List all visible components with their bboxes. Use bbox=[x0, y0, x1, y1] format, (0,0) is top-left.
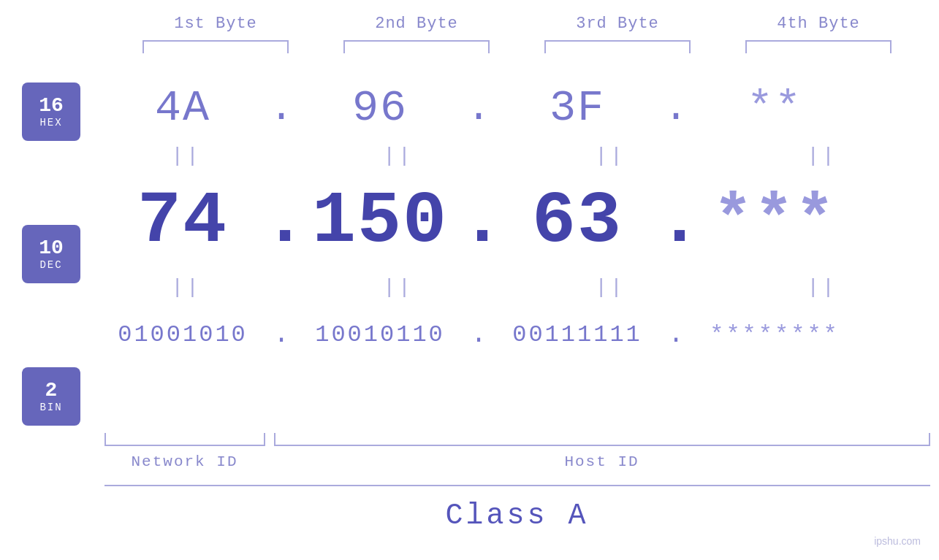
dec-dot2: . bbox=[460, 180, 497, 263]
byte1-header: 1st Byte bbox=[135, 15, 296, 33]
bin-byte4-value: ******** bbox=[710, 321, 840, 348]
network-id-label: Network ID bbox=[104, 453, 265, 470]
hex-dot2: . bbox=[460, 85, 497, 131]
equals-row-1: || || || || bbox=[102, 141, 906, 170]
dec-byte3: 63 bbox=[497, 180, 658, 263]
dec-byte4-value: *** bbox=[713, 184, 836, 258]
dec-byte2-value: 150 bbox=[312, 180, 448, 263]
badge-column: 16 HEX 10 DEC 2 BIN bbox=[0, 75, 102, 426]
dec-byte1: 74 bbox=[102, 180, 263, 263]
bin-byte1-value: 01001010 bbox=[118, 321, 248, 348]
dec-dot1: . bbox=[263, 180, 300, 263]
watermark: ipshu.com bbox=[874, 535, 921, 547]
hex-dot1: . bbox=[263, 85, 300, 131]
bin-dot3: . bbox=[658, 320, 694, 350]
bin-byte3: 00111111 bbox=[497, 321, 658, 348]
hex-byte1: 4A bbox=[102, 83, 263, 133]
main-container: 1st Byte 2nd Byte 3rd Byte 4th Byte 16 H… bbox=[0, 0, 939, 560]
bin-dot1: . bbox=[263, 320, 300, 350]
eq2-byte3: || bbox=[530, 276, 691, 299]
bracket-byte3 bbox=[544, 40, 691, 53]
bin-badge-label: BIN bbox=[39, 402, 62, 413]
hex-badge-label: HEX bbox=[39, 117, 62, 129]
bracket-byte2 bbox=[343, 40, 490, 53]
dec-byte3-value: 63 bbox=[532, 180, 623, 263]
byte3-header: 3rd Byte bbox=[537, 15, 698, 33]
dec-byte2: 150 bbox=[300, 180, 460, 263]
dec-badge: 10 DEC bbox=[22, 225, 80, 283]
hex-dot3: . bbox=[658, 85, 694, 131]
equals-row-2: || || || || bbox=[102, 272, 906, 302]
dec-dot3: . bbox=[658, 180, 694, 263]
hex-byte4: ** bbox=[694, 83, 855, 133]
values-area: 4A . 96 . 3F . ** bbox=[102, 75, 939, 426]
bottom-line bbox=[104, 485, 930, 486]
dec-byte1-value: 74 bbox=[137, 180, 228, 263]
eq1-byte3: || bbox=[530, 145, 691, 167]
byte-headers: 1st Byte 2nd Byte 3rd Byte 4th Byte bbox=[115, 15, 919, 33]
eq1-byte4: || bbox=[742, 145, 902, 167]
bracket-byte4 bbox=[745, 40, 892, 53]
hex-byte1-value: 4A bbox=[155, 83, 210, 133]
bottom-bracket-area: Network ID Host ID bbox=[104, 433, 930, 470]
hex-badge-num: 16 bbox=[39, 95, 64, 118]
class-label: Class A bbox=[104, 499, 930, 532]
bin-row: 01001010 . 10010110 . 00111111 . bbox=[102, 302, 906, 367]
eq1-byte2: || bbox=[318, 145, 479, 167]
hex-byte2: 96 bbox=[300, 83, 460, 133]
byte4-header: 4th Byte bbox=[738, 15, 899, 33]
bottom-brackets-row bbox=[104, 433, 930, 446]
bin-byte2-value: 10010110 bbox=[315, 321, 445, 348]
eq2-byte1: || bbox=[106, 276, 267, 299]
bin-byte1: 01001010 bbox=[102, 321, 263, 348]
hex-byte3: 3F bbox=[497, 83, 658, 133]
bracket-byte1 bbox=[142, 40, 289, 53]
host-id-bracket bbox=[274, 433, 930, 446]
bottom-class-area: Class A bbox=[104, 485, 930, 532]
bin-byte2: 10010110 bbox=[300, 321, 460, 348]
id-labels-row: Network ID Host ID bbox=[104, 453, 930, 470]
eq1-byte1: || bbox=[106, 145, 267, 167]
dec-badge-num: 10 bbox=[39, 237, 64, 260]
host-id-label: Host ID bbox=[274, 453, 930, 470]
hex-row: 4A . 96 . 3F . ** bbox=[102, 75, 906, 141]
bin-badge: 2 BIN bbox=[22, 367, 80, 426]
hex-byte3-value: 3F bbox=[550, 83, 605, 133]
dec-badge-label: DEC bbox=[39, 259, 62, 271]
bin-badge-num: 2 bbox=[45, 380, 58, 402]
bin-dot2: . bbox=[460, 320, 497, 350]
hex-badge: 16 HEX bbox=[22, 83, 80, 141]
hex-byte4-value: ** bbox=[747, 83, 802, 133]
content-area: 16 HEX 10 DEC 2 BIN 4A . bbox=[0, 75, 939, 426]
dec-byte4: *** bbox=[694, 184, 855, 258]
bin-byte3-value: 00111111 bbox=[512, 321, 642, 348]
network-id-bracket bbox=[104, 433, 265, 446]
eq2-byte4: || bbox=[742, 276, 902, 299]
top-brackets bbox=[115, 40, 919, 53]
hex-byte2-value: 96 bbox=[352, 83, 408, 133]
eq2-byte2: || bbox=[318, 276, 479, 299]
bin-byte4: ******** bbox=[694, 321, 855, 348]
byte2-header: 2nd Byte bbox=[336, 15, 497, 33]
dec-row: 74 . 150 . 63 . *** bbox=[102, 170, 906, 272]
